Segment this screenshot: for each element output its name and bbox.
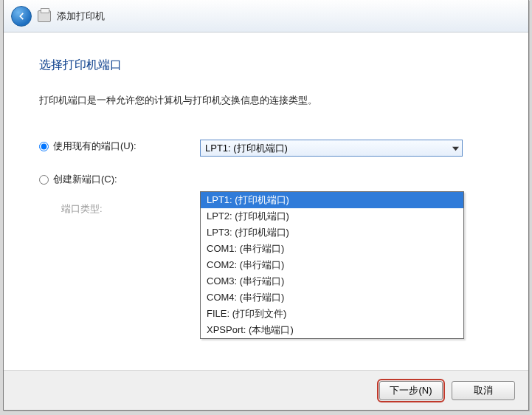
port-option[interactable]: COM3: (串行端口)	[201, 273, 463, 289]
cancel-button[interactable]: 取消	[452, 381, 515, 400]
port-option[interactable]: LPT3: (打印机端口)	[201, 224, 463, 241]
back-arrow-icon	[16, 11, 27, 21]
port-option[interactable]: FILE: (打印到文件)	[201, 306, 463, 322]
port-combo-value: LPT1: (打印机端口)	[205, 142, 288, 155]
port-option[interactable]: LPT2: (打印机端口)	[201, 208, 463, 224]
radio-create-new[interactable]: 创建新端口(C):	[39, 173, 200, 186]
port-dropdown-list[interactable]: LPT1: (打印机端口) LPT2: (打印机端口) LPT3: (打印机端口…	[200, 191, 464, 339]
next-button[interactable]: 下一步(N)	[379, 381, 443, 400]
radio-create-new-input[interactable]	[39, 175, 49, 185]
dialog-footer: 下一步(N) 取消	[4, 370, 528, 410]
port-option[interactable]: COM4: (串行端口)	[201, 289, 463, 306]
dialog-title: 添加打印机	[57, 10, 105, 23]
page-heading: 选择打印机端口	[39, 58, 494, 73]
printer-icon	[38, 10, 51, 22]
dialog-content: 选择打印机端口 打印机端口是一种允许您的计算机与打印机交换信息的连接类型。 使用…	[4, 32, 528, 370]
dialog-header: 添加打印机	[4, 0, 528, 32]
radio-create-new-label: 创建新端口(C):	[53, 173, 117, 186]
page-description: 打印机端口是一种允许您的计算机与打印机交换信息的连接类型。	[39, 94, 494, 107]
port-option[interactable]: COM1: (串行端口)	[201, 241, 463, 257]
back-button[interactable]	[11, 6, 32, 27]
port-option[interactable]: LPT1: (打印机端口)	[201, 192, 463, 208]
chevron-down-icon	[452, 143, 459, 154]
dialog-window: 添加打印机 选择打印机端口 打印机端口是一种允许您的计算机与打印机交换信息的连接…	[3, 0, 529, 411]
port-option[interactable]: COM2: (串行端口)	[201, 257, 463, 273]
radio-use-existing-input[interactable]	[39, 142, 49, 151]
radio-use-existing[interactable]: 使用现有的端口(U):	[39, 140, 200, 153]
port-type-label: 端口类型:	[61, 202, 103, 216]
port-combo[interactable]: LPT1: (打印机端口)	[200, 140, 463, 157]
port-option[interactable]: XPSPort: (本地端口)	[201, 322, 463, 338]
radio-use-existing-label: 使用现有的端口(U):	[53, 140, 137, 153]
